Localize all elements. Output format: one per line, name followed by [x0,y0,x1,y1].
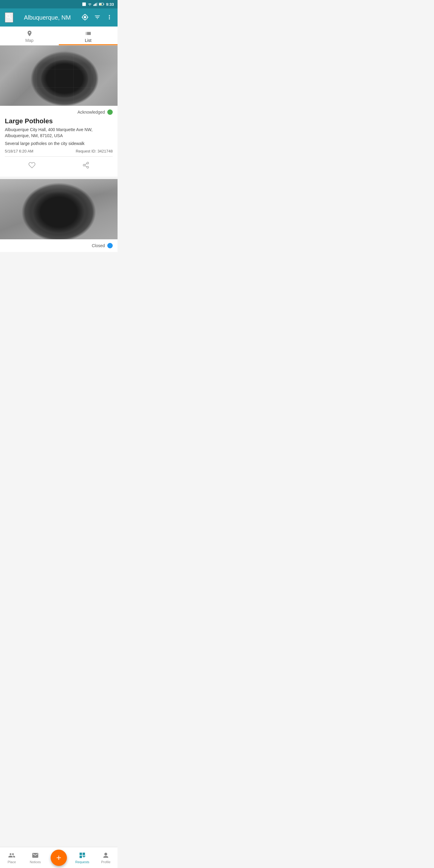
card-1-actions [5,157,113,173]
top-action-icons [82,13,113,22]
status-icons: ⚡ [82,2,104,6]
card-1-request-id: Request ID: 3421748 [76,149,113,153]
card-1-meta: 5/18/17 6:20 AM Request ID: 3421748 [5,149,113,157]
card-1: Acknowledged Large Potholes Albuquerque … [0,45,118,177]
card-1-status-dot [107,110,113,115]
like-button[interactable] [22,160,41,172]
card-1-description: Several large potholes on the city sidew… [5,141,113,146]
svg-point-10 [83,164,85,166]
svg-point-9 [87,162,89,164]
tab-map[interactable]: Map [0,27,59,45]
pothole-photo-2 [0,179,118,239]
battery-icon: ⚡ [99,2,104,6]
tab-list[interactable]: List [59,27,118,45]
filter-button[interactable] [94,14,101,22]
status-time: 9:33 [106,2,114,7]
pothole-photo-1 [0,45,118,106]
card-1-image[interactable] [0,45,118,106]
card-1-date: 5/18/17 6:20 AM [5,149,33,153]
tab-list-label: List [85,38,92,43]
card-2-status-label: Closed [92,243,105,248]
svg-line-12 [85,166,87,167]
top-bar: Albuquerque, NM [0,8,118,27]
wifi-icon [87,2,92,6]
card-1-address: Albuquerque City Hall, 400 Marquette Ave… [5,127,113,138]
tab-map-label: Map [25,38,33,43]
card-1-status-label: Acknowledged [78,110,105,115]
view-tabs: Map List [0,27,118,45]
main-content: Acknowledged Large Potholes Albuquerque … [0,45,118,276]
svg-rect-0 [82,2,86,6]
svg-rect-3 [96,3,96,6]
card-1-title: Large Potholes [5,117,113,125]
card-2-image[interactable] [0,179,118,239]
svg-rect-4 [96,2,97,6]
card-1-body: Acknowledged Large Potholes Albuquerque … [0,106,118,177]
sim-icon [82,2,86,6]
city-title: Albuquerque, NM [17,14,78,21]
card-2-status-dot [107,243,113,248]
card-2: Closed [0,179,118,252]
location-button[interactable] [82,13,89,22]
svg-line-13 [85,164,87,165]
card-1-status-row: Acknowledged [5,110,113,115]
svg-text:⚡: ⚡ [100,3,102,6]
signal-icon [93,2,98,6]
card-2-body: Closed [0,239,118,252]
share-button[interactable] [76,160,96,172]
status-bar: ⚡ 9:33 [0,0,118,8]
svg-rect-6 [103,4,104,5]
search-button[interactable] [5,12,13,23]
more-button[interactable] [106,14,113,22]
card-2-status-row: Closed [5,243,113,248]
svg-point-11 [87,166,89,168]
svg-rect-2 [94,4,95,6]
svg-rect-1 [93,4,94,6]
